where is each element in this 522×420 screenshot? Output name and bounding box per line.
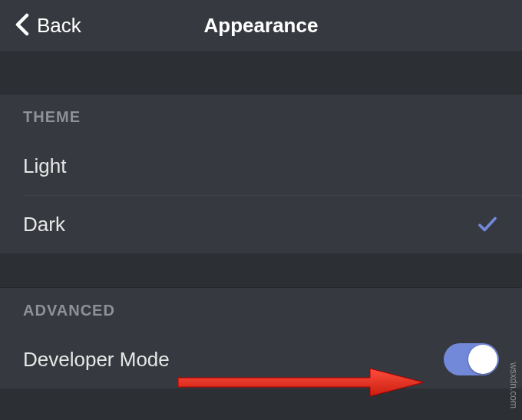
theme-option-label: Light — [23, 154, 66, 178]
developer-mode-row[interactable]: Developer Mode — [0, 330, 522, 389]
chevron-left-icon — [15, 13, 29, 39]
developer-mode-toggle[interactable] — [444, 343, 499, 375]
section-gap — [0, 52, 522, 94]
theme-option-label: Dark — [23, 213, 65, 236]
checkmark-icon — [476, 213, 499, 236]
section-gap — [0, 253, 522, 287]
advanced-section-header: ADVANCED — [0, 287, 522, 330]
theme-option-dark[interactable]: Dark — [0, 195, 522, 253]
theme-option-light[interactable]: Light — [0, 137, 522, 195]
page-title: Appearance — [204, 14, 319, 38]
back-button[interactable]: Back — [0, 13, 81, 39]
developer-mode-label: Developer Mode — [23, 348, 170, 372]
watermark: wsxdn.com — [508, 362, 519, 408]
theme-section-header: THEME — [0, 94, 522, 137]
toggle-knob — [468, 345, 497, 374]
back-label: Back — [37, 14, 81, 38]
header-bar: Back Appearance — [0, 0, 522, 52]
